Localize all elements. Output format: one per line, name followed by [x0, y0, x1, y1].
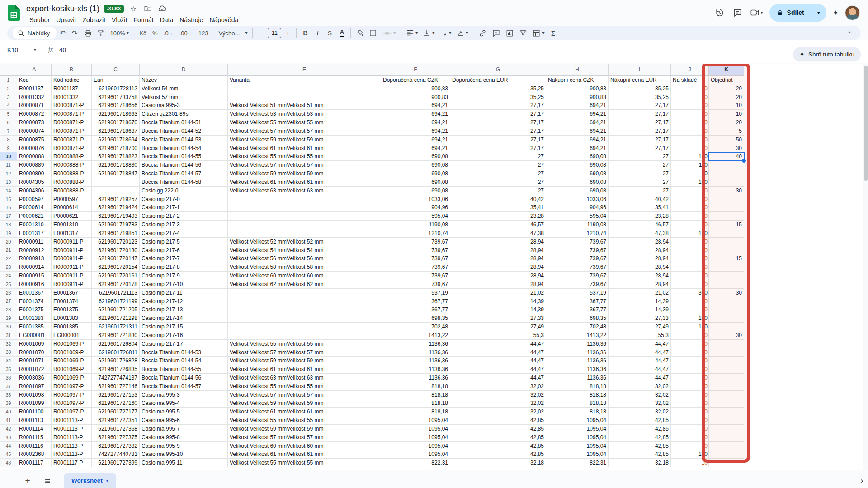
cell-F40[interactable]: 818,18 [381, 408, 450, 416]
cell-C22[interactable]: 6219601720147 [92, 254, 140, 263]
row-header-17[interactable]: 17 [0, 212, 17, 221]
cell-E4[interactable]: Velikost Velikost 51 mmVelikost 51 mm [228, 101, 381, 110]
cell-I6[interactable]: 27,17 [609, 118, 671, 127]
cell-C39[interactable]: 6219601727160 [92, 399, 140, 408]
cell-J46[interactable]: 10 [671, 459, 709, 467]
cell-D11[interactable]: Boccia Titanium 0144-56 [140, 161, 228, 169]
cell-F33[interactable]: 1136,36 [381, 348, 450, 357]
cell-C4[interactable]: 6219601718656 [92, 101, 140, 110]
cell-I24[interactable]: 28,94 [609, 272, 671, 280]
cell-D27[interactable]: Casio mp 217-12 [140, 297, 228, 306]
cell-A41[interactable]: R0001113 [17, 416, 52, 425]
cell-F29[interactable]: 698,35 [381, 314, 450, 323]
row-header-31[interactable]: 31 [0, 331, 17, 340]
cell-J24[interactable]: 50 [671, 272, 709, 280]
cell-F28[interactable]: 367,77 [381, 305, 450, 314]
cell-B6[interactable]: R0000871-P [52, 118, 92, 127]
menu-formát[interactable]: Formát [130, 15, 156, 24]
cell-H40[interactable]: 818,18 [546, 408, 609, 416]
cell-G5[interactable]: 27,17 [450, 110, 546, 118]
row-header-13[interactable]: 13 [0, 178, 17, 187]
cell-E26[interactable] [228, 289, 381, 297]
cell-H31[interactable]: 1413,22 [546, 331, 609, 340]
cell-F16[interactable]: 904,96 [381, 203, 450, 212]
cell-A36[interactable]: R0003036 [17, 374, 52, 382]
cell-E3[interactable] [228, 93, 381, 102]
cell-F8[interactable]: 694,21 [381, 136, 450, 144]
cell-K3[interactable]: 20 [709, 93, 744, 102]
cell-A32[interactable]: R0001069 [17, 340, 52, 348]
cell-G43[interactable]: 42,85 [450, 433, 546, 442]
cell-K22[interactable]: 15 [709, 254, 744, 263]
cell-D24[interactable]: Casio mp 217-9 [140, 272, 228, 280]
sheet-tab-worksheet[interactable]: Worksheet ▾ [64, 473, 116, 488]
cell-J38[interactable]: 10 [671, 391, 709, 399]
cell-G14[interactable]: 27 [450, 187, 546, 195]
increase-font-size-button[interactable]: + [282, 27, 293, 39]
insert-link-button[interactable] [476, 27, 489, 39]
cell-E38[interactable]: Velikost Velikost 57 mmVelikost 57 mm [228, 391, 381, 399]
cell-G11[interactable]: 27 [450, 161, 546, 169]
decrease-font-size-button[interactable]: − [255, 27, 267, 39]
cell-B26[interactable]: E0001367 [52, 289, 92, 297]
cell-C28[interactable]: 6219601721205 [92, 305, 140, 314]
row-header-30[interactable]: 30 [0, 323, 17, 331]
column-header-C[interactable]: C [92, 64, 140, 76]
move-folder-icon[interactable] [143, 4, 153, 14]
cell-B3[interactable]: R0001332 [52, 93, 92, 102]
vertical-align-button[interactable]: ▾ [420, 27, 437, 39]
cell-B1[interactable]: Kód rodiče [52, 76, 92, 84]
cell-I8[interactable]: 27,17 [609, 136, 671, 144]
user-avatar[interactable] [845, 5, 860, 20]
cell-G9[interactable]: 27,17 [450, 144, 546, 153]
cell-G23[interactable]: 28,94 [450, 263, 546, 272]
cell-D20[interactable]: Casio mp 217-5 [140, 238, 228, 246]
text-color-button[interactable]: A [336, 27, 348, 39]
cell-D9[interactable]: Boccia Titanium 0144-54 [140, 144, 228, 153]
cell-A39[interactable]: R0001099 [17, 399, 52, 408]
cell-J26[interactable]: 300 [671, 289, 709, 297]
cell-B9[interactable]: R0000871-P [52, 144, 92, 153]
collapse-toolbar-icon[interactable] [844, 27, 855, 39]
cell-A8[interactable]: R0000875 [17, 136, 52, 144]
cell-A44[interactable]: R0001116 [17, 442, 52, 450]
cell-D13[interactable]: Boccia Titanium 0144-58 [140, 178, 228, 187]
cell-K41[interactable] [709, 416, 744, 425]
cell-I7[interactable]: 27,17 [609, 127, 671, 136]
document-title[interactable]: export-kosiku-xls (1) [26, 4, 99, 14]
font-size-input[interactable]: 11 [268, 28, 281, 38]
cell-I12[interactable]: 27 [609, 169, 671, 178]
cell-D2[interactable]: Velikost 54 mm [140, 84, 228, 93]
cell-G21[interactable]: 28,94 [450, 246, 546, 255]
row-header-10[interactable]: 10 [0, 152, 17, 161]
cell-F1[interactable]: Doporučená cena CZK [381, 76, 450, 84]
row-header-36[interactable]: 36 [0, 374, 17, 382]
cloud-status-icon[interactable] [157, 4, 167, 14]
cell-B30[interactable]: E0001385 [52, 323, 92, 331]
cell-A17[interactable]: P0000621 [17, 212, 52, 221]
cell-I31[interactable]: 55,3 [609, 331, 671, 340]
cell-B19[interactable]: E0001317 [52, 229, 92, 238]
cell-A5[interactable]: R0000872 [17, 110, 52, 118]
cell-D30[interactable]: Casio mp 217-15 [140, 323, 228, 331]
cell-A25[interactable]: R0000916 [17, 280, 52, 289]
row-header-24[interactable]: 24 [0, 272, 17, 280]
cell-H42[interactable]: 1095,04 [546, 425, 609, 433]
menu-nástroje[interactable]: Nástroje [176, 15, 206, 24]
cell-G30[interactable]: 27,49 [450, 323, 546, 331]
cell-G35[interactable]: 44,47 [450, 365, 546, 374]
cell-K23[interactable] [709, 263, 744, 272]
cell-C34[interactable]: 6219601726828 [92, 357, 140, 365]
cell-B38[interactable]: R0001097-P [52, 391, 92, 399]
column-header-B[interactable]: B [52, 64, 92, 76]
cell-A30[interactable]: E0001385 [17, 323, 52, 331]
cell-J18[interactable]: 10 [671, 221, 709, 229]
cell-H12[interactable]: 690,08 [546, 169, 609, 178]
cell-F12[interactable]: 690,08 [381, 169, 450, 178]
cell-C45[interactable]: 7427277440781 [92, 450, 140, 459]
cell-K29[interactable] [709, 314, 744, 323]
cell-B17[interactable]: P0000621 [52, 212, 92, 221]
insert-comment-button[interactable] [490, 27, 503, 39]
cell-C40[interactable]: 6219601727177 [92, 408, 140, 416]
cell-C21[interactable]: 6219601720130 [92, 246, 140, 255]
